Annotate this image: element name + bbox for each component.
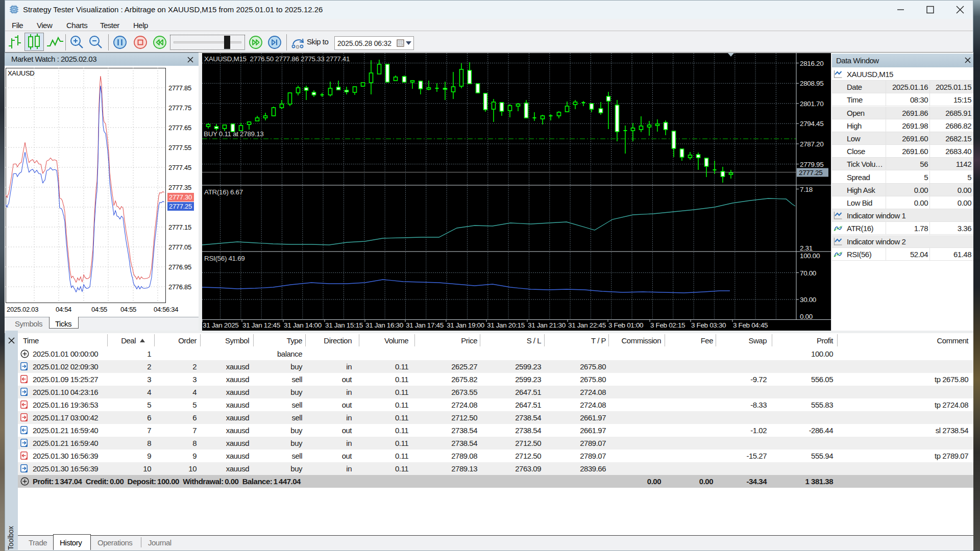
svg-text:2777.85: 2777.85 [168,84,191,92]
svg-text:2777.30: 2777.30 [169,193,192,201]
svg-text:2779.95: 2779.95 [800,161,823,168]
svg-text:31 Jan 20:15: 31 Jan 20:15 [487,321,525,329]
svg-text:2801.70: 2801.70 [800,100,823,108]
svg-text:31 Jan 12:45: 31 Jan 12:45 [242,321,280,329]
svg-text:2776.85: 2776.85 [168,283,191,291]
svg-text:31 Jan 14:00: 31 Jan 14:00 [284,321,322,329]
svg-text:31 Jan 15:15: 31 Jan 15:15 [325,321,363,329]
svg-text:04:55: 04:55 [120,306,136,313]
svg-text:2777.15: 2777.15 [168,223,191,231]
svg-text:31 Jan 21:30: 31 Jan 21:30 [528,321,566,329]
svg-text:2808.95: 2808.95 [800,80,823,87]
svg-text:XAUUSD: XAUUSD [8,69,34,77]
svg-text:3 Feb 01:00: 3 Feb 01:00 [608,321,643,329]
svg-text:7.18: 7.18 [800,186,813,193]
svg-text:0.00: 0.00 [800,313,813,320]
svg-text:3 Feb 02:15: 3 Feb 02:15 [650,321,685,329]
svg-text:31 Jan 19:00: 31 Jan 19:00 [447,321,484,329]
svg-text:2777.25: 2777.25 [799,169,822,177]
svg-text:2777.75: 2777.75 [168,104,191,112]
svg-text:04:55: 04:55 [91,306,107,313]
svg-text:2.31: 2.31 [800,244,813,252]
svg-text:2025.02.03: 2025.02.03 [7,306,38,313]
svg-text:30.00: 30.00 [800,296,816,304]
svg-text:ATR(16) 6.67: ATR(16) 6.67 [204,188,243,196]
svg-text:04:56:34: 04:56:34 [154,306,178,313]
svg-text:3 Feb 03:30: 3 Feb 03:30 [691,321,726,329]
svg-text:31 Jan 22:45: 31 Jan 22:45 [568,321,606,329]
svg-text:2777.35: 2777.35 [168,184,191,191]
svg-text:2777.65: 2777.65 [168,124,191,132]
svg-text:2777.55: 2777.55 [168,144,191,152]
svg-text:RSI(56) 41.69: RSI(56) 41.69 [204,255,245,262]
svg-text:2777.05: 2777.05 [168,243,191,251]
svg-text:2787.20: 2787.20 [800,140,823,148]
svg-text:BUY 0.11 at 2789.13: BUY 0.11 at 2789.13 [204,130,263,138]
svg-text:31 Jan 16:30: 31 Jan 16:30 [365,321,403,329]
svg-text:2776.95: 2776.95 [168,263,191,271]
svg-text:2777.25: 2777.25 [169,203,192,210]
svg-text:70.00: 70.00 [800,269,816,277]
svg-text:2794.45: 2794.45 [800,120,823,128]
svg-text:31 Jan 2025: 31 Jan 2025 [203,321,238,329]
svg-text:2777.45: 2777.45 [168,164,191,171]
svg-text:31 Jan 17:45: 31 Jan 17:45 [406,321,444,329]
svg-text:100.00: 100.00 [800,252,820,260]
svg-text:2816.20: 2816.20 [800,60,823,67]
svg-text:3 Feb 04:45: 3 Feb 04:45 [733,321,768,329]
svg-text:XAUUSD,M15 2776.50 2777.86 27: XAUUSD,M15 2776.50 2777.86 2775.33 2777.… [204,55,350,63]
svg-text:04:54: 04:54 [56,306,71,313]
